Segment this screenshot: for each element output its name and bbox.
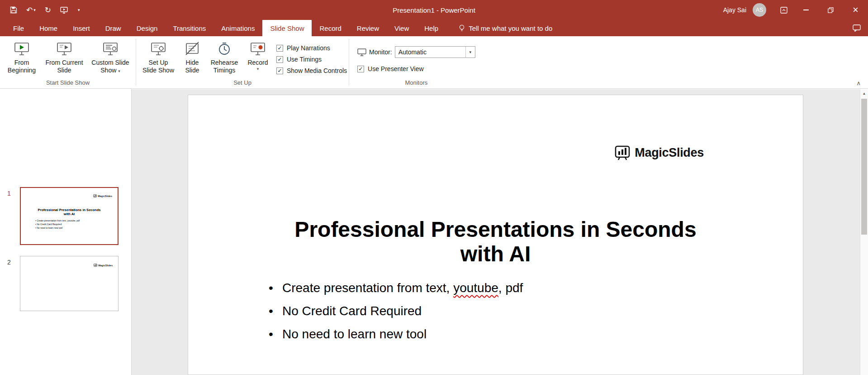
mini-slide-bullets: • Create presentation from text, youtube… (35, 219, 80, 230)
undo-button[interactable]: ↶ ▾ (26, 6, 36, 14)
start-slideshow-quick-button[interactable] (60, 7, 68, 14)
comments-button[interactable] (853, 24, 861, 32)
group-start-content: From Beginning From Current Slide (0, 36, 136, 78)
ribbon-tab-bar: File Home Insert Draw Design Transitions… (0, 20, 868, 36)
restore-icon (828, 7, 834, 13)
show-media-controls-checkbox[interactable]: ✓ Show Media Controls (276, 67, 347, 74)
bullet-text: No Credit Card Required (282, 299, 422, 322)
custom-slide-show-label: Custom Slide Show ▾ (90, 59, 131, 75)
undo-icon: ↶ (26, 6, 33, 14)
tab-draw[interactable]: Draw (98, 20, 129, 36)
monitor-dropdown[interactable]: Automatic ▾ (395, 46, 475, 58)
group-label-start-slide-show: Start Slide Show (0, 78, 136, 88)
scroll-up-button[interactable]: ▲ (860, 89, 868, 98)
bullet-marker: • (269, 299, 282, 322)
monitor-row: Monitor: Automatic ▾ (357, 46, 475, 58)
rehearse-timings-icon (217, 40, 232, 58)
use-timings-checkbox[interactable]: ✓ Use Timings (276, 56, 347, 63)
slideshow-icon (60, 7, 68, 14)
set-up-slide-show-label: Set Up Slide Show (141, 59, 175, 74)
mini-logo: MagicSlides (94, 264, 113, 267)
tab-review[interactable]: Review (349, 20, 387, 36)
quick-access-toolbar: ↶ ▾ ↻ ▾ (0, 6, 80, 14)
tell-me-box[interactable]: Tell me what you want to do (459, 20, 552, 36)
magicslides-logo-icon (615, 145, 630, 160)
tab-record[interactable]: Record (312, 20, 349, 36)
close-icon: × (853, 5, 859, 15)
bullet-item: • No need to learn new tool (269, 322, 523, 346)
window-title: Presentation1 - PowerPoint (393, 6, 475, 14)
tab-view[interactable]: View (387, 20, 417, 36)
group-setup-content: Set Up Slide Show Hide Slide (136, 36, 349, 78)
record-label: Record (247, 59, 268, 67)
slide-canvas[interactable]: MagicSlides Professional Presentations i… (188, 95, 803, 375)
play-narrations-checkbox[interactable]: ✓ Play Narrations (276, 44, 347, 52)
use-timings-label: Use Timings (287, 56, 322, 63)
ribbon-display-options-button[interactable] (774, 0, 793, 20)
custom-slide-show-button[interactable]: Custom Slide Show ▾ (87, 38, 134, 78)
from-current-slide-icon (56, 40, 72, 58)
rehearse-timings-button[interactable]: Rehearse Timings (206, 38, 243, 78)
hide-slide-button[interactable]: Hide Slide (179, 38, 206, 78)
slide-title-textbox[interactable]: Professional Presentations in Seconds wi… (202, 217, 789, 266)
tell-me-label: Tell me what you want to do (469, 24, 552, 32)
tab-help[interactable]: Help (417, 20, 446, 36)
tab-design[interactable]: Design (129, 20, 166, 36)
tab-slide-show[interactable]: Slide Show (262, 20, 312, 36)
save-button[interactable] (10, 6, 17, 14)
custom-slide-show-icon (102, 40, 119, 58)
restore-button[interactable] (818, 0, 843, 20)
slide-2-thumbnail[interactable]: MagicSlides (20, 256, 119, 311)
group-start-slide-show: From Beginning From Current Slide (0, 36, 136, 88)
bullet-text: Create presentation from text, youtube, … (282, 276, 523, 299)
play-narrations-label: Play Narrations (287, 44, 330, 52)
mini-logo-text: MagicSlides (98, 264, 113, 267)
minimize-button[interactable] (793, 0, 818, 20)
customize-quick-access-button[interactable]: ▾ (77, 8, 80, 12)
checkbox-checked-icon: ✓ (357, 66, 364, 72)
account-name[interactable]: Ajay Sai (723, 6, 746, 14)
from-beginning-button[interactable]: From Beginning (2, 38, 42, 78)
bullet-text: No need to learn new tool (282, 322, 427, 346)
title-bar: ↶ ▾ ↻ ▾ Presentation1 - PowerPoint Ajay … (0, 0, 868, 20)
use-presenter-view-checkbox[interactable]: ✓ Use Presenter View (357, 65, 475, 72)
dropdown-arrow-icon[interactable]: ▾ (465, 47, 475, 58)
bullet-item: • No Credit Card Required (269, 299, 523, 322)
scrollbar-thumb[interactable] (861, 99, 867, 235)
redo-button[interactable]: ↻ (45, 6, 51, 14)
magicslides-logo[interactable]: MagicSlides (615, 145, 704, 160)
chevron-down-icon: ▾ (78, 8, 80, 12)
magicslides-logo-text: MagicSlides (635, 146, 704, 160)
vertical-scrollbar[interactable]: ▲ (860, 89, 868, 375)
from-current-slide-label: From Current Slide (45, 59, 84, 74)
from-beginning-label: From Beginning (5, 59, 38, 74)
slide-title-line1: Professional Presentations in Seconds (202, 217, 789, 242)
collapse-ribbon-button[interactable]: ∧ (856, 80, 861, 87)
record-button[interactable]: Record ▾ (243, 38, 273, 78)
tab-insert[interactable]: Insert (65, 20, 98, 36)
setup-checkbox-column: ✓ Play Narrations ✓ Use Timings ✓ Show M… (276, 44, 347, 78)
slide-1-number: 1 (7, 190, 11, 197)
avatar[interactable]: AS (753, 3, 766, 17)
slide-thumbnail-panel: 1 MagicSlides Professional Presentations… (0, 89, 132, 375)
slide-1-thumbnail[interactable]: MagicSlides Professional Presentations i… (20, 187, 119, 245)
monitors-column: Monitor: Automatic ▾ ✓ Use Presenter Vie… (351, 38, 482, 78)
close-button[interactable]: × (843, 0, 868, 20)
tab-home[interactable]: Home (32, 20, 65, 36)
monitor-dropdown-value: Automatic (395, 48, 465, 56)
from-current-slide-button[interactable]: From Current Slide (42, 38, 87, 78)
tab-transitions[interactable]: Transitions (165, 20, 213, 36)
slide-title-line2: with AI (202, 242, 789, 266)
show-media-controls-label: Show Media Controls (287, 67, 347, 74)
tab-file[interactable]: File (5, 20, 32, 36)
tab-animations[interactable]: Animations (213, 20, 262, 36)
slide-2-number: 2 (7, 259, 11, 266)
rehearse-timings-label: Rehearse Timings (209, 59, 240, 74)
set-up-slide-show-button[interactable]: Set Up Slide Show (138, 38, 179, 78)
slide-body-textbox[interactable]: • Create presentation from text, youtube… (269, 276, 523, 346)
checkbox-checked-icon: ✓ (276, 45, 283, 52)
record-icon (250, 40, 266, 58)
chevron-down-icon: ▾ (257, 67, 259, 71)
misspelled-word: youtube (453, 281, 498, 295)
hide-slide-label: Hide Slide (182, 59, 203, 74)
